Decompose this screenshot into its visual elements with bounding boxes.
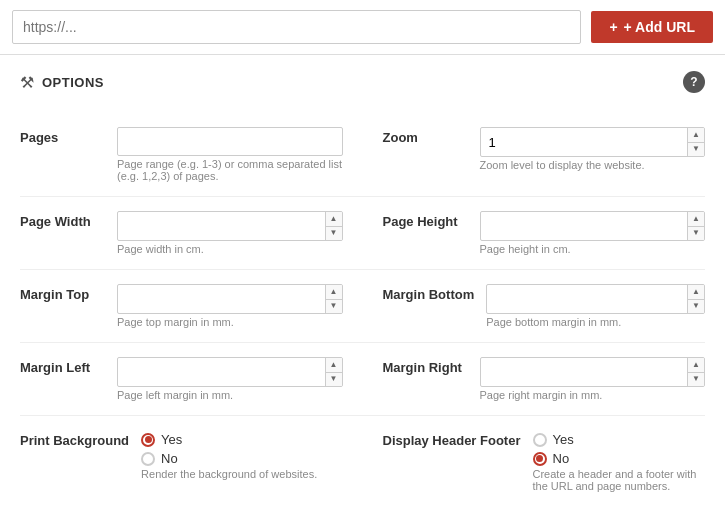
margin-right-down-arrow[interactable]: ▼ (688, 373, 704, 387)
display-header-footer-field: Display Header Footer Yes No Create a he… (383, 430, 706, 492)
options-panel: ⚒ OPTIONS ? Pages Page range (e.g. 1-3) … (0, 55, 725, 525)
page-width-field: Page Width ▲ ▼ Page width in cm. (20, 211, 343, 255)
zoom-field: Zoom ▲ ▼ Zoom level to display the websi… (383, 127, 706, 171)
margin-bottom-hint: Page bottom margin in mm. (486, 316, 705, 328)
page-height-label: Page Height (383, 211, 468, 231)
margin-right-content: ▲ ▼ Page right margin in mm. (480, 357, 706, 401)
zoom-content: ▲ ▼ Zoom level to display the website. (480, 127, 706, 171)
margin-left-input[interactable] (118, 358, 325, 386)
margin-left-spinner: ▲ ▼ (117, 357, 343, 387)
margin-bottom-spinner: ▲ ▼ (486, 284, 705, 314)
margin-right-label: Margin Right (383, 357, 468, 377)
margin-right-field: Margin Right ▲ ▼ Page right margin in mm… (383, 357, 706, 401)
help-icon[interactable]: ? (683, 71, 705, 93)
zoom-spinner: ▲ ▼ (480, 127, 706, 157)
pages-input[interactable] (117, 127, 343, 156)
page-height-up-arrow[interactable]: ▲ (688, 212, 704, 227)
print-background-no-radio[interactable] (141, 452, 155, 466)
print-background-field: Print Background Yes No Render the backg… (20, 430, 343, 480)
add-url-button[interactable]: + + Add URL (591, 11, 713, 43)
cell-pages: Pages Page range (e.g. 1-3) or comma sep… (20, 113, 363, 196)
wrench-icon: ⚒ (20, 73, 34, 92)
cell-margin-bottom: Margin Bottom ▲ ▼ Page bottom margin in … (363, 270, 706, 342)
display-header-footer-no-option[interactable]: No (533, 451, 706, 466)
page-height-spinner: ▲ ▼ (480, 211, 706, 241)
help-symbol: ? (690, 75, 697, 89)
margin-top-field: Margin Top ▲ ▼ Page top margin in mm. (20, 284, 343, 328)
pages-content: Page range (e.g. 1-3) or comma separated… (117, 127, 343, 182)
add-url-label: + Add URL (624, 19, 695, 35)
margin-top-down-arrow[interactable]: ▼ (326, 300, 342, 314)
url-bar: + + Add URL (0, 0, 725, 55)
margin-bottom-down-arrow[interactable]: ▼ (688, 300, 704, 314)
url-input[interactable] (12, 10, 581, 44)
print-background-radio-group: Yes No (141, 432, 342, 466)
print-background-content: Yes No Render the background of websites… (141, 430, 342, 480)
page-width-down-arrow[interactable]: ▼ (326, 227, 342, 241)
margin-right-up-arrow[interactable]: ▲ (688, 358, 704, 373)
print-background-yes-option[interactable]: Yes (141, 432, 342, 447)
margin-right-spinner: ▲ ▼ (480, 357, 706, 387)
page-height-down-arrow[interactable]: ▼ (688, 227, 704, 241)
page-height-input[interactable] (481, 212, 688, 240)
margin-top-spinner: ▲ ▼ (117, 284, 343, 314)
cell-print-background: Print Background Yes No Render the backg… (20, 416, 363, 506)
margin-top-input[interactable] (118, 285, 325, 313)
margin-top-label: Margin Top (20, 284, 105, 304)
margin-left-field: Margin Left ▲ ▼ Page left margin in mm. (20, 357, 343, 401)
pages-label: Pages (20, 127, 105, 147)
row-width-height: Page Width ▲ ▼ Page width in cm. Page He… (20, 197, 705, 270)
margin-top-up-arrow[interactable]: ▲ (326, 285, 342, 300)
margin-left-content: ▲ ▼ Page left margin in mm. (117, 357, 343, 401)
page-width-up-arrow[interactable]: ▲ (326, 212, 342, 227)
print-background-no-option[interactable]: No (141, 451, 342, 466)
cell-margin-top: Margin Top ▲ ▼ Page top margin in mm. (20, 270, 363, 342)
zoom-arrows: ▲ ▼ (687, 128, 704, 156)
margin-left-arrows: ▲ ▼ (325, 358, 342, 386)
cell-display-header-footer: Display Header Footer Yes No Create a he… (363, 416, 706, 506)
margin-left-label: Margin Left (20, 357, 105, 377)
margin-bottom-input[interactable] (487, 285, 687, 313)
options-title-group: ⚒ OPTIONS (20, 73, 104, 92)
display-header-footer-hint: Create a header and a footer with the UR… (533, 468, 706, 492)
page-height-arrows: ▲ ▼ (687, 212, 704, 240)
display-header-footer-content: Yes No Create a header and a footer with… (533, 430, 706, 492)
zoom-input[interactable] (481, 128, 688, 156)
cell-margin-right: Margin Right ▲ ▼ Page right margin in mm… (363, 343, 706, 415)
margin-left-down-arrow[interactable]: ▼ (326, 373, 342, 387)
cell-page-width: Page Width ▲ ▼ Page width in cm. (20, 197, 363, 269)
display-header-footer-radio-group: Yes No (533, 432, 706, 466)
page-width-content: ▲ ▼ Page width in cm. (117, 211, 343, 255)
row-margin-left-right: Margin Left ▲ ▼ Page left margin in mm. … (20, 343, 705, 416)
margin-bottom-up-arrow[interactable]: ▲ (688, 285, 704, 300)
display-header-footer-yes-option[interactable]: Yes (533, 432, 706, 447)
row-pages-zoom: Pages Page range (e.g. 1-3) or comma sep… (20, 113, 705, 197)
page-width-input[interactable] (118, 212, 325, 240)
print-background-no-label: No (161, 451, 178, 466)
cell-margin-left: Margin Left ▲ ▼ Page left margin in mm. (20, 343, 363, 415)
page-height-hint: Page height in cm. (480, 243, 706, 255)
row-print-bg-header-footer: Print Background Yes No Render the backg… (20, 416, 705, 506)
margin-bottom-arrows: ▲ ▼ (687, 285, 704, 313)
margin-right-hint: Page right margin in mm. (480, 389, 706, 401)
zoom-up-arrow[interactable]: ▲ (688, 128, 704, 143)
plus-icon: + (609, 19, 617, 35)
margin-left-up-arrow[interactable]: ▲ (326, 358, 342, 373)
margin-right-arrows: ▲ ▼ (687, 358, 704, 386)
print-background-label: Print Background (20, 430, 129, 450)
margin-bottom-field: Margin Bottom ▲ ▼ Page bottom margin in … (383, 284, 706, 328)
margin-left-hint: Page left margin in mm. (117, 389, 343, 401)
margin-bottom-label: Margin Bottom (383, 284, 475, 304)
margin-top-arrows: ▲ ▼ (325, 285, 342, 313)
print-background-yes-radio[interactable] (141, 433, 155, 447)
zoom-down-arrow[interactable]: ▼ (688, 143, 704, 157)
display-header-footer-yes-radio[interactable] (533, 433, 547, 447)
margin-right-input[interactable] (481, 358, 688, 386)
zoom-hint: Zoom level to display the website. (480, 159, 706, 171)
print-background-hint: Render the background of websites. (141, 468, 342, 480)
display-header-footer-yes-label: Yes (553, 432, 574, 447)
display-header-footer-no-radio[interactable] (533, 452, 547, 466)
margin-top-hint: Page top margin in mm. (117, 316, 343, 328)
page-height-field: Page Height ▲ ▼ Page height in cm. (383, 211, 706, 255)
page-width-label: Page Width (20, 211, 105, 231)
